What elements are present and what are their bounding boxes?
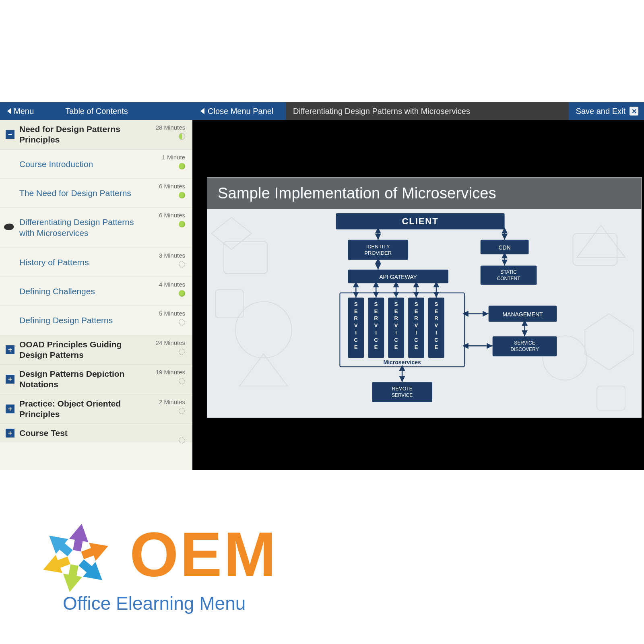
- lesson-differentiating-design-patterns[interactable]: Differentiating Design Patterns with Mic…: [0, 208, 192, 248]
- lesson-duration: 1 Minute: [162, 154, 185, 171]
- collapse-icon: −: [6, 130, 14, 139]
- svg-text:V: V: [435, 322, 438, 328]
- lesson-duration: 6 Minutes: [159, 212, 185, 229]
- topbar: Menu Table of Contents Close Menu Panel …: [0, 102, 644, 120]
- caret-left-icon: [7, 108, 11, 114]
- lesson-duration: 3 Minutes: [159, 252, 185, 269]
- svg-text:DISCOVERY: DISCOVERY: [510, 347, 539, 352]
- progress-complete-icon: [179, 221, 185, 227]
- sidebar-section-need-for-design-patterns[interactable]: − Need for Design Patterns Principles 28…: [0, 120, 192, 150]
- svg-text:S: S: [394, 301, 398, 307]
- section-duration: 2 Minutes: [159, 398, 185, 415]
- svg-text:V: V: [415, 322, 418, 328]
- duration-text: 24 Minutes: [156, 339, 185, 346]
- svg-text:C: C: [414, 337, 418, 343]
- svg-text:Microservices: Microservices: [384, 359, 421, 365]
- sidebar: − Need for Design Patterns Principles 28…: [0, 120, 192, 470]
- svg-text:I: I: [395, 330, 397, 336]
- section-duration: [179, 428, 185, 445]
- svg-text:E: E: [354, 308, 358, 314]
- brand-tagline: Office Elearning Menu: [63, 592, 246, 614]
- svg-text:IDENTITY: IDENTITY: [366, 244, 390, 250]
- svg-text:C: C: [354, 337, 358, 343]
- lesson-course-introduction[interactable]: Course Introduction 1 Minute: [0, 150, 192, 179]
- caret-left-icon: [200, 108, 204, 114]
- svg-text:R: R: [354, 315, 358, 321]
- svg-text:E: E: [374, 308, 378, 314]
- svg-text:SERVICE: SERVICE: [392, 392, 413, 398]
- save-exit-label: Save and Exit: [576, 107, 625, 116]
- svg-text:CONTENT: CONTENT: [497, 276, 521, 281]
- svg-text:S: S: [415, 301, 418, 307]
- brand-name: OEM: [130, 518, 277, 590]
- section-duration: 28 Minutes: [156, 124, 185, 141]
- svg-text:E: E: [435, 344, 438, 350]
- sidebar-section-practice-oop[interactable]: + Practice: Object Oriented Principles 2…: [0, 394, 192, 424]
- svg-text:STATIC: STATIC: [500, 269, 517, 275]
- progress-half-icon: [179, 133, 185, 140]
- svg-text:E: E: [354, 344, 358, 350]
- svg-text:CDN: CDN: [498, 244, 510, 251]
- svg-text:V: V: [374, 322, 378, 328]
- duration-text: 6 Minutes: [159, 183, 185, 190]
- svg-text:R: R: [414, 315, 418, 321]
- lesson-history-of-patterns[interactable]: History of Patterns 3 Minutes: [0, 248, 192, 277]
- svg-text:R: R: [394, 315, 398, 321]
- svg-text:E: E: [435, 308, 438, 314]
- section-duration: 24 Minutes: [156, 339, 185, 356]
- section-title: Course Test: [19, 428, 187, 438]
- expand-icon: +: [6, 405, 14, 413]
- svg-text:E: E: [394, 344, 398, 350]
- lesson-title: Course Introduction: [19, 159, 185, 169]
- svg-text:S: S: [374, 301, 378, 307]
- sidebar-section-ooad-principles[interactable]: + OOAD Principles Guiding Design Pattern…: [0, 335, 192, 365]
- progress-empty-icon: [179, 349, 185, 355]
- menu-button[interactable]: Menu: [0, 102, 41, 120]
- lesson-defining-challenges[interactable]: Defining Challenges 4 Minutes: [0, 277, 192, 306]
- diagram-svg: CLIENT IDENTITY PROVIDER CDN API GATEWAY…: [207, 209, 641, 418]
- svg-text:E: E: [415, 344, 418, 350]
- svg-text:CLIENT: CLIENT: [402, 216, 438, 226]
- sidebar-section-course-test[interactable]: + Course Test: [0, 424, 192, 442]
- lesson-need-for-design-patterns[interactable]: The Need for Design Patterns 6 Minutes: [0, 179, 192, 208]
- progress-complete-icon: [179, 163, 185, 169]
- lesson-duration: 6 Minutes: [159, 183, 185, 200]
- svg-text:API GATEWAY: API GATEWAY: [379, 274, 417, 280]
- diagram: CLIENT IDENTITY PROVIDER CDN API GATEWAY…: [207, 209, 641, 418]
- svg-text:C: C: [434, 337, 438, 343]
- sidebar-section-depiction-notations[interactable]: + Design Patterns Depiction Notations 19…: [0, 365, 192, 394]
- expand-icon: +: [6, 429, 14, 438]
- svg-text:I: I: [436, 330, 437, 336]
- lesson-duration: 5 Minutes: [159, 310, 185, 327]
- progress-empty-icon: [179, 261, 185, 268]
- svg-text:E: E: [415, 308, 418, 314]
- close-menu-panel-button[interactable]: Close Menu Panel: [193, 102, 286, 120]
- progress-complete-icon: [179, 290, 185, 297]
- svg-text:C: C: [374, 337, 378, 343]
- svg-text:I: I: [355, 330, 357, 336]
- svg-text:R: R: [374, 315, 378, 321]
- duration-text: 5 Minutes: [159, 310, 185, 317]
- save-and-exit-button[interactable]: Save and Exit ✕: [569, 102, 644, 120]
- duration-text: 6 Minutes: [159, 212, 185, 219]
- svg-text:SERVICE: SERVICE: [514, 340, 535, 346]
- svg-text:MANAGEMENT: MANAGEMENT: [502, 311, 543, 318]
- footer-brand: OEM Office Elearning Menu: [29, 514, 311, 618]
- close-panel-label: Close Menu Panel: [208, 107, 273, 116]
- svg-text:E: E: [394, 308, 398, 314]
- progress-empty-icon: [179, 378, 185, 384]
- duration-text: 19 Minutes: [156, 369, 185, 376]
- progress-empty-icon: [179, 408, 185, 414]
- breadcrumb: Differentiating Design Patterns with Mic…: [286, 102, 569, 120]
- content-area: Sample Implementation of Microservices: [192, 120, 644, 470]
- expand-icon: +: [6, 375, 14, 384]
- duration-text: 28 Minutes: [156, 124, 185, 131]
- lesson-list: Course Introduction 1 Minute The Need fo…: [0, 150, 192, 335]
- lesson-defining-design-patterns[interactable]: Defining Design Patterns 5 Minutes: [0, 306, 192, 335]
- progress-complete-icon: [179, 192, 185, 198]
- section-duration: 19 Minutes: [156, 369, 185, 386]
- svg-text:I: I: [415, 330, 417, 336]
- expand-icon: +: [6, 345, 14, 354]
- duration-text: 2 Minutes: [159, 398, 185, 405]
- topbar-left: Menu Table of Contents: [0, 102, 193, 120]
